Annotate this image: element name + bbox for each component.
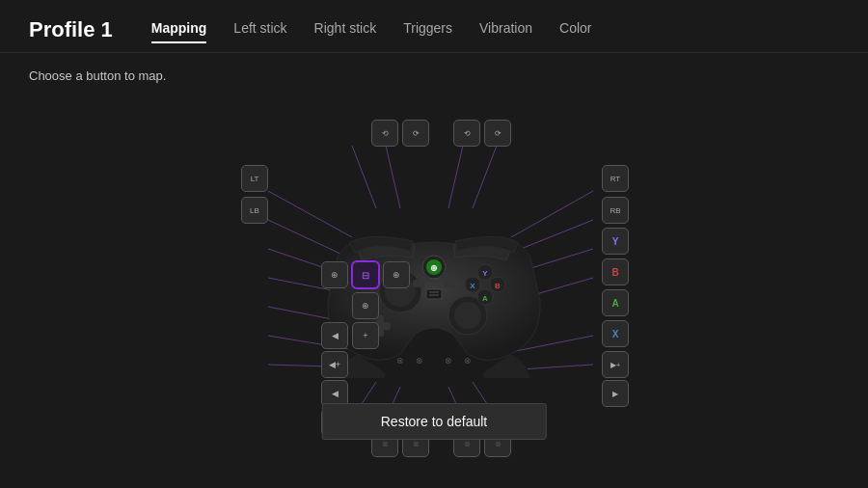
paddle-pr1[interactable]: ▶+: [602, 351, 629, 378]
svg-text:Y: Y: [482, 269, 488, 278]
svg-text:⊗: ⊗: [396, 356, 404, 366]
view-button-active[interactable]: ⊟: [352, 261, 379, 288]
tab-right-stick[interactable]: Right stick: [314, 20, 377, 40]
svg-rect-38: [413, 280, 424, 287]
svg-text:B: B: [495, 282, 501, 290]
x-button-node[interactable]: X: [602, 320, 629, 347]
main-area: Y B A X ⊕ ⊗: [0, 83, 868, 478]
svg-text:⊗: ⊗: [416, 356, 423, 366]
svg-text:A: A: [482, 294, 488, 303]
svg-point-24: [454, 302, 481, 329]
dpad-node[interactable]: +: [352, 322, 379, 349]
b-button-node[interactable]: B: [602, 258, 629, 285]
paddle-pr2[interactable]: ▶: [602, 380, 629, 407]
y-button-node[interactable]: Y: [602, 228, 629, 255]
tab-mapping[interactable]: Mapping: [151, 20, 207, 40]
rb-button[interactable]: RB: [602, 197, 629, 224]
rt-top[interactable]: ⟲: [453, 120, 480, 147]
a-button-node[interactable]: A: [602, 289, 629, 316]
rb-top2[interactable]: ⟳: [484, 120, 511, 147]
rt-button[interactable]: RT: [602, 165, 629, 192]
paddle-p1[interactable]: ◀+: [321, 351, 348, 378]
svg-rect-39: [444, 280, 455, 287]
rb-top[interactable]: ⟳: [402, 120, 429, 147]
view-right[interactable]: ⊕: [383, 261, 410, 288]
svg-text:X: X: [470, 282, 475, 290]
dpad-left-node[interactable]: ◀: [321, 322, 348, 349]
dpad-down-node[interactable]: ⊕: [352, 292, 379, 319]
lt-top[interactable]: ⟲: [371, 120, 398, 147]
tab-vibration[interactable]: Vibration: [479, 20, 532, 40]
svg-text:⊕: ⊕: [430, 263, 438, 273]
controller-container: Y B A X ⊕ ⊗: [164, 112, 704, 459]
restore-default-button[interactable]: Restore to default: [322, 403, 547, 440]
tab-left-stick[interactable]: Left stick: [233, 20, 286, 40]
page-subtitle: Choose a button to map.: [0, 53, 868, 83]
header: Profile 1 Mapping Left stick Right stick…: [0, 0, 868, 53]
lb-button[interactable]: LB: [241, 197, 268, 224]
nav-tabs: Mapping Left stick Right stick Triggers …: [151, 20, 592, 40]
svg-text:⊗: ⊗: [445, 356, 452, 366]
svg-rect-44: [426, 289, 442, 299]
tab-color[interactable]: Color: [559, 20, 591, 40]
profile-title: Profile 1: [29, 17, 113, 42]
left-stick-click[interactable]: ⊕: [321, 261, 348, 288]
tab-triggers[interactable]: Triggers: [403, 20, 452, 40]
svg-text:⊗: ⊗: [464, 356, 472, 366]
lt-button[interactable]: LT: [241, 165, 268, 192]
